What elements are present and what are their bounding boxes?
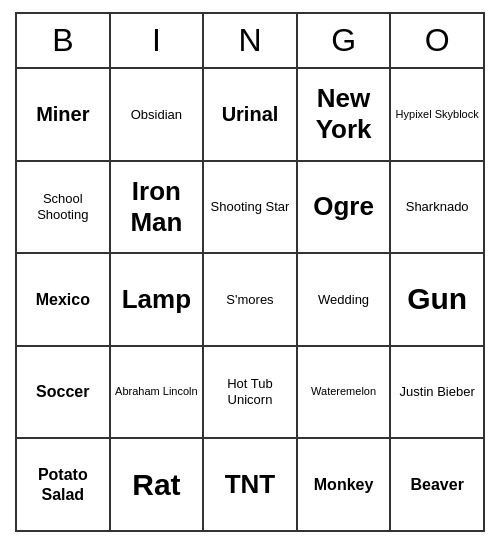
cell-text: Miner bbox=[36, 102, 89, 126]
cell-text: Urinal bbox=[222, 102, 279, 126]
cell-text: Iron Man bbox=[115, 176, 199, 238]
bingo-cell: Shooting Star bbox=[204, 162, 298, 253]
bingo-row: MexicoLampS'moresWeddingGun bbox=[17, 254, 483, 347]
cell-text: Ogre bbox=[313, 191, 374, 222]
bingo-cell: Obsidian bbox=[111, 69, 205, 160]
cell-text: Monkey bbox=[314, 475, 374, 494]
cell-text: Wedding bbox=[318, 292, 369, 308]
cell-text: Hot Tub Unicorn bbox=[208, 376, 292, 407]
bingo-cell: Iron Man bbox=[111, 162, 205, 253]
bingo-cell: Justin Bieber bbox=[391, 347, 483, 438]
header-letter: I bbox=[111, 14, 205, 67]
header-letter: B bbox=[17, 14, 111, 67]
cell-text: Soccer bbox=[36, 382, 89, 401]
bingo-cell: TNT bbox=[204, 439, 298, 530]
bingo-cell: Sharknado bbox=[391, 162, 483, 253]
bingo-cell: Potato Salad bbox=[17, 439, 111, 530]
bingo-cell: Hypixel Skyblock bbox=[391, 69, 483, 160]
cell-text: Rat bbox=[132, 467, 180, 503]
bingo-cell: Rat bbox=[111, 439, 205, 530]
bingo-row: MinerObsidianUrinalNew YorkHypixel Skybl… bbox=[17, 69, 483, 162]
header-letter: O bbox=[391, 14, 483, 67]
cell-text: Sharknado bbox=[406, 199, 469, 215]
bingo-cell: Lamp bbox=[111, 254, 205, 345]
cell-text: School Shooting bbox=[21, 191, 105, 222]
bingo-row: SoccerAbraham LincolnHot Tub UnicornWate… bbox=[17, 347, 483, 440]
bingo-cell: Hot Tub Unicorn bbox=[204, 347, 298, 438]
bingo-cell: Wateremelon bbox=[298, 347, 392, 438]
bingo-cell: Monkey bbox=[298, 439, 392, 530]
cell-text: Justin Bieber bbox=[400, 384, 475, 400]
bingo-cell: Mexico bbox=[17, 254, 111, 345]
header-letter: N bbox=[204, 14, 298, 67]
bingo-cell: Urinal bbox=[204, 69, 298, 160]
bingo-row: School ShootingIron ManShooting StarOgre… bbox=[17, 162, 483, 255]
cell-text: Beaver bbox=[410, 475, 463, 494]
cell-text: TNT bbox=[225, 469, 276, 500]
bingo-cell: Wedding bbox=[298, 254, 392, 345]
cell-text: New York bbox=[302, 83, 386, 145]
cell-text: Mexico bbox=[36, 290, 90, 309]
bingo-cell: Gun bbox=[391, 254, 483, 345]
bingo-cell: Beaver bbox=[391, 439, 483, 530]
bingo-cell: New York bbox=[298, 69, 392, 160]
bingo-cell: Soccer bbox=[17, 347, 111, 438]
cell-text: Hypixel Skyblock bbox=[396, 108, 479, 121]
bingo-cell: Miner bbox=[17, 69, 111, 160]
cell-text: Potato Salad bbox=[21, 465, 105, 503]
bingo-cell: Abraham Lincoln bbox=[111, 347, 205, 438]
bingo-cell: Ogre bbox=[298, 162, 392, 253]
cell-text: S'mores bbox=[226, 292, 273, 308]
bingo-cell: S'mores bbox=[204, 254, 298, 345]
cell-text: Lamp bbox=[122, 284, 191, 315]
cell-text: Gun bbox=[407, 281, 467, 317]
bingo-row: Potato SaladRatTNTMonkeyBeaver bbox=[17, 439, 483, 530]
bingo-header: BINGO bbox=[17, 14, 483, 69]
header-letter: G bbox=[298, 14, 392, 67]
cell-text: Wateremelon bbox=[311, 385, 376, 398]
bingo-card: BINGO MinerObsidianUrinalNew YorkHypixel… bbox=[15, 12, 485, 532]
bingo-cell: School Shooting bbox=[17, 162, 111, 253]
cell-text: Abraham Lincoln bbox=[115, 385, 198, 398]
bingo-body: MinerObsidianUrinalNew YorkHypixel Skybl… bbox=[17, 69, 483, 530]
cell-text: Obsidian bbox=[131, 107, 182, 123]
cell-text: Shooting Star bbox=[211, 199, 290, 215]
